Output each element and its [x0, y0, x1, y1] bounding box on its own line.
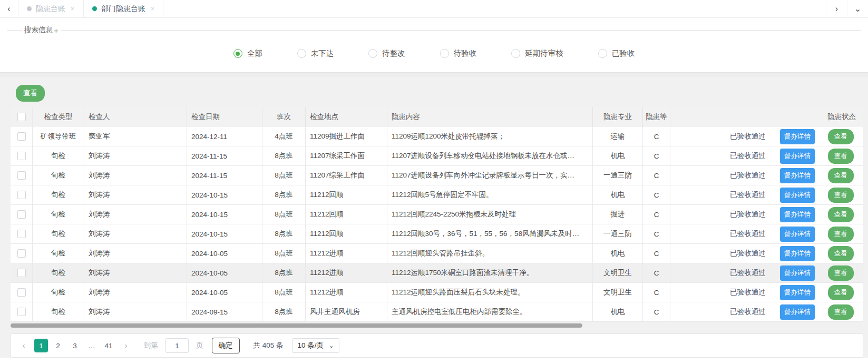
cell-action-view: 查看: [818, 129, 863, 144]
table-row: 旬检刘涛涛2024-11-158点班11207综采工作面11207进顺设备列车移…: [11, 146, 863, 166]
row-checkbox-cell: [11, 185, 33, 204]
supervise-detail-button[interactable]: 督办详情: [780, 188, 815, 203]
next-page-icon[interactable]: ›: [119, 341, 133, 350]
cell-action-supervise: 督办详情: [777, 207, 818, 222]
radio-全部[interactable]: 全部: [233, 48, 262, 58]
view-button[interactable]: 查看: [16, 85, 45, 102]
page-ellipsis: …: [85, 339, 99, 352]
tab-label: 隐患台账: [36, 4, 65, 14]
horizontal-scrollbar-thumb[interactable]: [11, 323, 582, 328]
row-checkbox[interactable]: [17, 191, 26, 199]
row-checkbox[interactable]: [17, 308, 26, 316]
cell-status: 已验收通过: [719, 210, 777, 219]
page-size-caret-down-icon: ⌄: [329, 342, 334, 349]
cell-content: 11212回顺30号，36号，51，55，56，58风筒漏风未及时…: [387, 224, 593, 243]
pagination-bar: ‹ 123…41 › 到第 页 确定 共 405 条 10 条/页 ⌄: [11, 333, 863, 358]
goto-page-input[interactable]: [165, 338, 189, 353]
row-checkbox[interactable]: [17, 210, 26, 219]
tabs-scroll-left-icon[interactable]: ‹: [0, 0, 18, 17]
row-view-button[interactable]: 查看: [828, 285, 854, 300]
cell-status: 已验收通过: [719, 288, 777, 297]
radio-延期待审核[interactable]: 延期待审核: [511, 48, 563, 58]
row-view-button[interactable]: 查看: [828, 207, 854, 222]
supervise-detail-button[interactable]: 督办详情: [780, 168, 815, 183]
page-3[interactable]: 3: [68, 339, 82, 352]
cell-action-supervise: 督办详情: [777, 149, 818, 164]
supervise-detail-button[interactable]: 督办详情: [780, 265, 815, 281]
supervise-detail-button[interactable]: 督办详情: [780, 246, 815, 261]
cell-content: 11207进顺设备列车移动变电站处接地钢板未放在水仓或…: [387, 146, 593, 165]
cell-level: C: [643, 146, 670, 165]
row-view-button[interactable]: 查看: [828, 168, 854, 183]
row-checkbox[interactable]: [17, 288, 26, 297]
row-checkbox[interactable]: [17, 132, 26, 141]
cell-shift: 8点班: [262, 263, 306, 282]
cell-specialty: 机电: [593, 244, 643, 263]
supervise-detail-button[interactable]: 督办详情: [780, 207, 815, 222]
supervise-detail-button[interactable]: 督办详情: [780, 149, 815, 164]
prev-page-icon[interactable]: ‹: [16, 341, 31, 350]
row-checkbox-cell: [11, 224, 33, 243]
tab-label: 部门隐患台账: [101, 4, 145, 14]
cell-date: 2024-10-15: [187, 205, 262, 224]
confirm-page-button[interactable]: 确定: [212, 338, 240, 353]
cell-level: C: [643, 166, 670, 185]
cell-location: 11207综采工作面: [306, 146, 387, 165]
radio-未下达[interactable]: 未下达: [297, 48, 334, 58]
cell-content: 主通风机房控电室低压电柜内部需要除尘。: [387, 302, 593, 321]
cell-action-supervise: 督办详情: [777, 246, 818, 261]
cell-content: 11212回顺5号急停固定不牢固。: [387, 185, 593, 204]
row-view-button[interactable]: 查看: [828, 129, 854, 144]
cell-status: 已验收通过: [719, 171, 777, 180]
cell-type: 矿领导带班: [33, 127, 84, 146]
radio-待整改[interactable]: 待整改: [368, 48, 405, 58]
row-view-button[interactable]: 查看: [828, 188, 854, 203]
expand-plus-icon[interactable]: +: [54, 26, 58, 35]
tab-close-icon[interactable]: ×: [71, 5, 74, 13]
row-view-button[interactable]: 查看: [828, 265, 854, 281]
page-41[interactable]: 41: [102, 339, 115, 352]
cell-status: 已验收通过: [719, 249, 777, 258]
row-view-button[interactable]: 查看: [828, 304, 854, 320]
radio-label: 延期待审核: [525, 48, 563, 58]
tab-隐患台账[interactable]: 隐患台账×: [18, 0, 83, 17]
page-1[interactable]: 1: [34, 339, 48, 352]
row-view-button[interactable]: 查看: [828, 227, 854, 242]
cell-level: C: [643, 244, 670, 263]
search-legend[interactable]: 搜索信息 +: [22, 25, 61, 35]
table-row: 旬检刘涛涛2024-11-158点班11207综采工作面11207进顺设备列车向…: [11, 166, 863, 185]
search-legend-label: 搜索信息: [24, 25, 53, 35]
cell-level: C: [643, 263, 670, 282]
cell-action-supervise: 督办详情: [777, 304, 818, 320]
search-fieldset: 搜索信息 + 全部未下达待整改待验收延期待审核已验收: [7, 25, 861, 72]
table-row: 矿领导带班窦亚军2024-12-114点班11209掘进工作面11209运顺12…: [11, 127, 863, 146]
page-size-select[interactable]: 10 条/页 ⌄: [292, 338, 340, 353]
radio-已验收[interactable]: 已验收: [598, 48, 635, 58]
radio-待验收[interactable]: 待验收: [440, 48, 477, 58]
tabs-menu-chevron-down-icon[interactable]: ⌄: [847, 0, 868, 17]
cell-shift: 8点班: [262, 283, 306, 302]
cell-status: 已验收通过: [719, 268, 777, 278]
row-view-button[interactable]: 查看: [828, 246, 854, 261]
tab-close-icon[interactable]: ×: [151, 5, 154, 13]
cell-content: 11207进顺设备列车向外冲尘记录牌板显示每日一次，实…: [387, 166, 593, 185]
row-checkbox[interactable]: [17, 171, 26, 180]
row-checkbox[interactable]: [17, 152, 26, 160]
cell-action-view: 查看: [818, 188, 863, 203]
page-2[interactable]: 2: [51, 339, 65, 352]
row-checkbox[interactable]: [17, 230, 26, 238]
supervise-detail-button[interactable]: 督办详情: [780, 304, 815, 320]
tab-部门隐患台账[interactable]: 部门隐患台账×: [83, 0, 163, 17]
row-checkbox[interactable]: [17, 269, 26, 277]
supervise-detail-button[interactable]: 督办详情: [780, 227, 815, 242]
supervise-detail-button[interactable]: 督办详情: [780, 129, 815, 144]
select-all-checkbox[interactable]: [17, 113, 26, 121]
radio-label: 待整改: [382, 48, 405, 58]
cell-date: 2024-11-15: [187, 166, 262, 185]
cell-inspector: 刘涛涛: [84, 283, 187, 302]
tabs-scroll-right-icon[interactable]: ›: [826, 0, 847, 17]
row-view-button[interactable]: 查看: [828, 149, 854, 164]
supervise-detail-button[interactable]: 督办详情: [780, 285, 815, 300]
row-checkbox[interactable]: [17, 249, 26, 258]
cell-location: 11207综采工作面: [306, 166, 387, 185]
